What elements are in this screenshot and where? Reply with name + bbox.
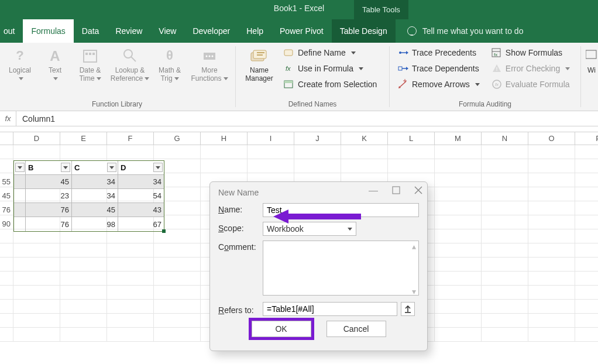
tab-data[interactable]: Data [74, 19, 108, 43]
tell-me-label: Tell me what you want to do [422, 26, 524, 36]
col-header[interactable]: G [154, 132, 201, 145]
show-formulas-icon: fx [492, 47, 502, 58]
tab-review[interactable]: Review [107, 19, 150, 43]
col-header[interactable]: I [248, 132, 294, 145]
tab-view[interactable]: View [150, 19, 184, 43]
scope-select[interactable]: Workbook [263, 222, 356, 236]
filter-dropdown-icon[interactable] [15, 163, 25, 172]
table-cell[interactable]: 34 [118, 175, 164, 189]
range-picker-icon [404, 305, 412, 313]
table-cell[interactable]: 76 [26, 217, 72, 231]
scope-label: Scope: [218, 222, 263, 233]
group-formula-auditing: Trace Precedents Trace Dependents Remove… [391, 43, 579, 111]
col-header[interactable]: J [294, 132, 341, 145]
svg-marker-26 [406, 67, 408, 70]
date-time-button[interactable]: Date & Time [74, 45, 106, 91]
filter-dropdown-icon[interactable] [61, 163, 70, 172]
table-cell[interactable]: 45 [72, 203, 118, 217]
col-header[interactable]: F [107, 132, 154, 145]
ribbon-tabs: out Formulas Data Review View Developer … [0, 19, 598, 43]
window-title: Book1 - Excel [274, 4, 324, 13]
evaluate-formula-button[interactable]: fx Evaluate Formula [488, 77, 573, 92]
row-label[interactable]: 45 [0, 188, 13, 202]
name-manager-button[interactable]: Name Manager [240, 45, 278, 91]
svg-point-12 [212, 56, 214, 57]
comment-textarea[interactable] [263, 241, 419, 296]
excel-table[interactable]: B C D 45 34 34 23 34 54 76 45 43 76 98 6… [13, 160, 164, 232]
refers-to-input[interactable] [263, 302, 397, 316]
show-formulas-button[interactable]: fx Show Formulas [488, 45, 573, 60]
trace-precedents-icon [398, 47, 408, 58]
table-cell[interactable]: 34 [72, 189, 118, 203]
svg-text:fx: fx [495, 82, 499, 87]
svg-text:fx: fx [494, 52, 497, 57]
cancel-button[interactable]: Cancel [327, 321, 386, 337]
name-input[interactable] [263, 203, 419, 217]
scroll-down-icon[interactable]: ▾ [412, 287, 416, 296]
svg-text:fx: fx [286, 65, 291, 72]
range-picker-button[interactable] [401, 302, 415, 316]
scroll-up-icon[interactable]: ▴ [412, 242, 416, 251]
svg-text:A: A [50, 48, 60, 64]
table-header: D [121, 163, 126, 172]
define-name-button[interactable]: Define Name [280, 45, 380, 60]
row-label[interactable]: 55 [0, 174, 13, 188]
col-header[interactable]: O [528, 132, 575, 145]
table-cell[interactable]: 45 [26, 175, 72, 189]
col-header[interactable]: K [341, 132, 388, 145]
table-header: C [74, 163, 80, 172]
table-cell[interactable]: 67 [118, 217, 164, 231]
row-label[interactable]: 90 [0, 217, 13, 231]
text-button[interactable]: A Text [39, 45, 71, 91]
maximize-icon[interactable] [392, 186, 400, 196]
math-trig-button[interactable]: θ Math & Trig [153, 45, 186, 91]
minimize-icon[interactable]: — [369, 186, 378, 196]
tab-help[interactable]: Help [238, 19, 271, 43]
trace-dependents-button[interactable]: Trace Dependents [394, 61, 483, 76]
svg-rect-5 [92, 53, 95, 55]
remove-arrows-button[interactable]: Remove Arrows [394, 77, 483, 92]
logical-icon: ? [11, 46, 29, 65]
col-header[interactable]: N [482, 132, 528, 145]
col-header[interactable]: P [575, 132, 598, 145]
col-header[interactable]: D [13, 132, 60, 145]
define-name-icon [284, 47, 294, 58]
title-bar: Book1 - Excel Table Tools [0, 0, 598, 19]
logical-button[interactable]: ? Logical [4, 45, 36, 91]
group-function-library: ? Logical A Text Date & Time Lookup & Re… [0, 43, 234, 111]
fill-handle-icon[interactable] [162, 229, 166, 233]
table-cell[interactable]: 98 [72, 217, 118, 231]
create-from-selection-button[interactable]: Create from Selection [280, 77, 380, 92]
lookup-reference-button[interactable]: Lookup & Reference [109, 45, 151, 91]
filter-dropdown-icon[interactable] [107, 163, 116, 172]
filter-dropdown-icon[interactable] [153, 163, 163, 172]
col-header[interactable]: H [201, 132, 248, 145]
trace-precedents-button[interactable]: Trace Precedents [394, 45, 483, 60]
fx-label[interactable]: fx [0, 111, 16, 126]
close-icon[interactable] [414, 186, 422, 196]
table-cell[interactable]: 54 [118, 189, 164, 203]
tell-me-search[interactable]: Tell me what you want to do [407, 26, 524, 36]
window-icon [582, 46, 598, 65]
tab-partial[interactable]: out [0, 19, 23, 43]
table-cell[interactable]: 43 [118, 203, 164, 217]
create-from-selection-icon [284, 79, 294, 90]
tab-formulas[interactable]: Formulas [23, 19, 73, 43]
row-label[interactable]: 76 [0, 202, 13, 217]
table-cell[interactable]: 34 [72, 175, 118, 189]
col-header[interactable]: E [60, 132, 107, 145]
table-cell[interactable]: 23 [26, 189, 72, 203]
tab-developer[interactable]: Developer [184, 19, 238, 43]
svg-rect-39 [393, 187, 400, 194]
use-in-formula-button[interactable]: fx Use in Formula [280, 61, 380, 76]
ok-button[interactable]: OK [252, 321, 311, 337]
col-header[interactable]: M [435, 132, 482, 145]
table-cell[interactable]: 76 [26, 203, 72, 217]
more-functions-button[interactable]: More Functions [188, 45, 231, 91]
error-checking-button[interactable]: ! Error Checking [488, 61, 573, 76]
formula-input[interactable] [16, 111, 598, 126]
trace-dependents-icon [398, 63, 408, 74]
tab-power-pivot[interactable]: Power Pivot [271, 19, 332, 43]
tab-table-design[interactable]: Table Design [332, 19, 396, 43]
col-header[interactable]: L [388, 132, 435, 145]
